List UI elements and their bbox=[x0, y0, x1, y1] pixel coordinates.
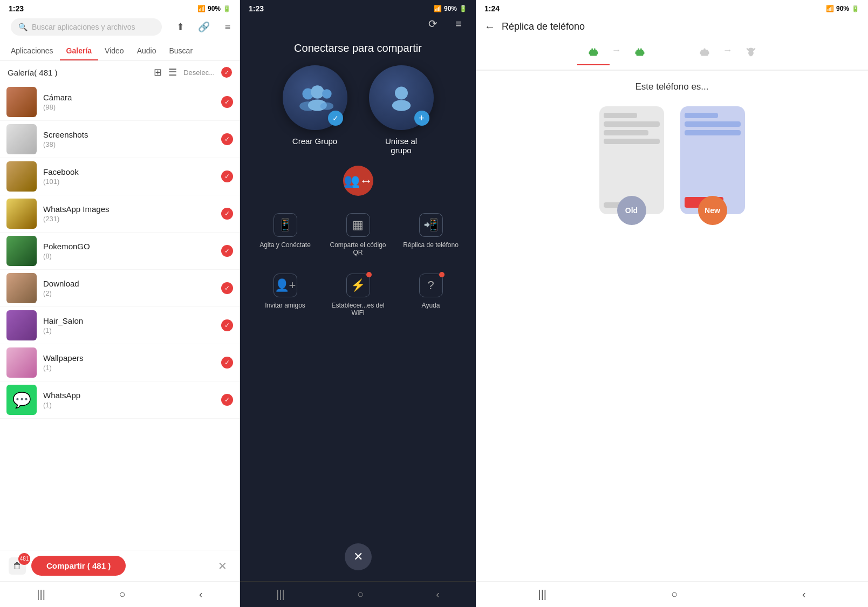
album-thumb-hair-salon bbox=[6, 310, 37, 340]
nav-back-icon-p2[interactable]: ‹ bbox=[436, 588, 440, 601]
upload-icon[interactable]: ⬆ bbox=[173, 19, 188, 35]
status-icons-p2: 📶 90% 🔋 bbox=[434, 5, 467, 12]
svg-rect-16 bbox=[638, 49, 639, 51]
album-check[interactable]: ✓ bbox=[221, 170, 233, 182]
join-group-circle: + bbox=[369, 65, 434, 130]
tab-video[interactable]: Video bbox=[98, 41, 131, 60]
album-check[interactable]: ✓ bbox=[221, 357, 233, 369]
trash-icon-wrapper: 🗑 481 bbox=[9, 557, 26, 575]
invite-label: Invitar amigos bbox=[265, 302, 305, 309]
album-count: (2) bbox=[43, 289, 221, 297]
album-name: Wallpapers bbox=[43, 353, 221, 363]
phone-line-blue bbox=[685, 121, 741, 127]
tab-search[interactable]: Buscar bbox=[162, 41, 199, 60]
list-item[interactable]: Screenshots (38) ✓ bbox=[0, 121, 240, 158]
list-item[interactable]: Hair_Salon (1) ✓ bbox=[0, 307, 240, 344]
deselect-label: Deselec... bbox=[183, 69, 215, 77]
panel3-header: ← Réplica de teléfono bbox=[476, 15, 868, 40]
nav-home-icon-p3[interactable]: ○ bbox=[671, 588, 678, 601]
album-info-screenshots: Screenshots (38) bbox=[43, 130, 221, 148]
tab-ios-source[interactable] bbox=[688, 40, 721, 64]
invite-icon: 👤+ bbox=[274, 274, 297, 297]
back-button[interactable]: ← bbox=[484, 21, 495, 33]
grid-view-icon[interactable]: ⊞ bbox=[154, 66, 162, 78]
nav-menu-icon[interactable]: ||| bbox=[37, 588, 45, 601]
album-check[interactable]: ✓ bbox=[221, 282, 233, 294]
list-item[interactable]: 💬 WhatsApp (1) ✓ bbox=[0, 381, 240, 419]
gallery-title: Galería( 481 ) bbox=[8, 68, 58, 77]
create-group-button[interactable]: ✓ Crear Grupo bbox=[283, 65, 347, 155]
connector-icon-1: → bbox=[610, 40, 624, 64]
replica-action[interactable]: 📲 Réplica de teléfono bbox=[397, 207, 465, 263]
more-icon[interactable]: ≡ bbox=[220, 19, 235, 35]
cloud-sync-icon[interactable]: ⟳ bbox=[424, 15, 441, 32]
old-phone-card[interactable]: Old bbox=[599, 106, 664, 214]
battery-p3: 90% bbox=[836, 5, 849, 12]
album-check[interactable]: ✓ bbox=[221, 319, 233, 331]
panel-replica: 1:24 📶 90% 🔋 ← Réplica de teléfono → bbox=[476, 0, 868, 607]
tab-ios-dest[interactable] bbox=[735, 40, 767, 64]
tab-applications[interactable]: Aplicaciones bbox=[4, 41, 60, 60]
album-info-camera: Cámara (98) bbox=[43, 93, 221, 111]
share-count-badge: 481 bbox=[18, 553, 30, 565]
small-actions-grid: 📱 Agita y Conéctate ▦ Comparte el código… bbox=[240, 207, 476, 323]
list-item[interactable]: Cámara (98) ✓ bbox=[0, 84, 240, 121]
list-item[interactable]: Download (2) ✓ bbox=[0, 270, 240, 307]
svg-rect-10 bbox=[596, 51, 598, 54]
qr-action[interactable]: ▦ Comparte el código QR bbox=[324, 207, 392, 263]
album-check[interactable]: ✓ bbox=[221, 208, 233, 220]
album-count: (231) bbox=[43, 215, 221, 223]
wifi-action[interactable]: ⚡ Establecer...es del WiFi bbox=[324, 267, 392, 323]
menu-icon-p2[interactable]: ≡ bbox=[450, 15, 467, 32]
album-check[interactable]: ✓ bbox=[221, 96, 233, 108]
tab-gallery[interactable]: Galería bbox=[60, 41, 98, 60]
replica-icon: 📲 bbox=[419, 213, 443, 237]
list-item[interactable]: WhatsApp Images (231) ✓ bbox=[0, 195, 240, 233]
tab-audio[interactable]: Audio bbox=[131, 41, 163, 60]
bottom-nav-p1: ||| ○ ‹ bbox=[0, 581, 240, 607]
list-item[interactable]: Wallpapers (1) ✓ bbox=[0, 344, 240, 381]
nav-back-icon[interactable]: ‹ bbox=[199, 588, 203, 601]
new-phone-card[interactable]: New bbox=[680, 106, 745, 214]
album-check[interactable]: ✓ bbox=[221, 394, 233, 406]
panel-gallery: 1:23 📶 90% 🔋 🔍 Buscar aplicaciones y arc… bbox=[0, 0, 240, 607]
nav-menu-icon-p2[interactable]: ||| bbox=[276, 588, 285, 601]
nav-home-icon-p2[interactable]: ○ bbox=[357, 588, 364, 601]
share-button[interactable]: Compartir ( 481 ) bbox=[31, 556, 126, 576]
album-check[interactable]: ✓ bbox=[221, 133, 233, 145]
shake-connect-action[interactable]: 📱 Agita y Conéctate bbox=[251, 207, 319, 263]
search-bar[interactable]: 🔍 Buscar aplicaciones y archivos bbox=[11, 18, 162, 36]
album-thumb-wallpapers bbox=[6, 347, 37, 378]
transfer-button[interactable]: 👥↔ bbox=[343, 166, 373, 196]
join-group-button[interactable]: + Unirse algrupo bbox=[369, 65, 434, 155]
share-link-icon[interactable]: 🔗 bbox=[196, 19, 211, 35]
svg-point-6 bbox=[395, 86, 408, 99]
panel2-top-icons: ⟳ ≡ bbox=[240, 15, 476, 37]
bottom-nav-p3: ||| ○ ‹ bbox=[476, 581, 868, 607]
new-badge: New bbox=[698, 196, 727, 225]
deselect-button[interactable]: Deselec... bbox=[183, 69, 215, 77]
tab-android-dest[interactable] bbox=[624, 40, 656, 64]
select-all-check[interactable]: ✓ bbox=[221, 67, 232, 78]
album-check[interactable]: ✓ bbox=[221, 245, 233, 257]
album-name: Cámara bbox=[43, 93, 221, 102]
close-share-button[interactable]: ✕ bbox=[214, 557, 231, 575]
nav-back-icon-p3[interactable]: ‹ bbox=[802, 588, 806, 601]
phone-choice-row: Old New bbox=[476, 106, 868, 581]
album-info-facebook: Facebook (101) bbox=[43, 167, 221, 186]
svg-point-1 bbox=[311, 85, 324, 99]
svg-rect-21 bbox=[703, 49, 706, 51]
search-placeholder: Buscar aplicaciones y archivos bbox=[32, 23, 135, 31]
help-action[interactable]: ? Ayuda bbox=[397, 267, 465, 323]
list-item[interactable]: Facebook (101) ✓ bbox=[0, 158, 240, 195]
tab-android-source[interactable] bbox=[577, 40, 610, 64]
check-icon: ✓ bbox=[328, 111, 343, 126]
list-item[interactable]: PokemonGO (8) ✓ bbox=[0, 233, 240, 270]
panel2-close-button[interactable]: ✕ bbox=[345, 543, 372, 570]
nav-menu-icon-p3[interactable]: ||| bbox=[538, 588, 546, 601]
status-bar-p2: 1:23 📶 90% 🔋 bbox=[240, 0, 476, 15]
album-name: WhatsApp Images bbox=[43, 204, 221, 214]
invite-action[interactable]: 👤+ Invitar amigos bbox=[251, 267, 319, 323]
nav-home-icon[interactable]: ○ bbox=[119, 588, 125, 601]
list-view-icon[interactable]: ☰ bbox=[168, 66, 177, 78]
